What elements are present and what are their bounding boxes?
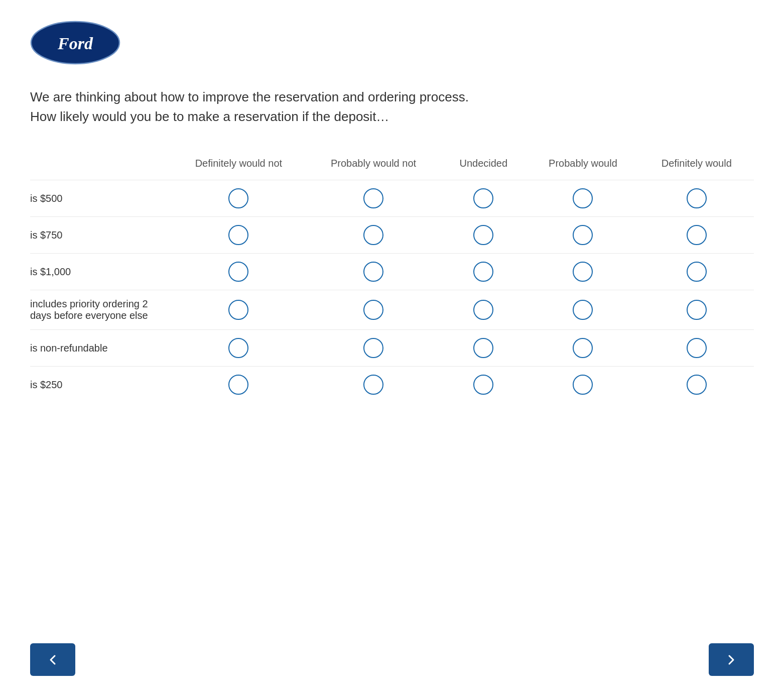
radio-row-250-definitely-not[interactable] [228,375,248,395]
ford-logo: Ford [30,20,120,65]
radio-row-500-definitely-would[interactable] [687,188,707,208]
radio-row-250-undecided[interactable] [473,375,493,395]
radio-row-nonrefundable-definitely-not[interactable] [228,338,248,358]
radio-row-nonrefundable-probably-would[interactable] [573,338,593,358]
radio-row-1000-probably-would[interactable] [573,262,593,282]
cell-row-750-probably-not[interactable] [307,217,441,254]
cell-row-1000-probably-would[interactable] [527,254,639,290]
radio-row-500-undecided[interactable] [473,188,493,208]
cell-row-1000-undecided[interactable] [440,254,527,290]
page-wrapper: Ford We are thinking about how to improv… [0,0,784,453]
cell-row-250-probably-would[interactable] [527,367,639,403]
cell-row-500-probably-would[interactable] [527,180,639,217]
row-label-row-nonrefundable: is non-refundable [30,330,171,367]
radio-row-1000-probably-not[interactable] [363,262,383,282]
cell-row-priority-probably-not[interactable] [307,290,441,330]
cell-row-750-undecided[interactable] [440,217,527,254]
radio-row-nonrefundable-undecided[interactable] [473,338,493,358]
radio-row-1000-undecided[interactable] [473,262,493,282]
back-arrow-icon [46,653,60,667]
radio-row-1000-definitely-would[interactable] [687,262,707,282]
cell-row-250-probably-not[interactable] [307,367,441,403]
row-label-row-750: is $750 [30,217,171,254]
radio-row-nonrefundable-definitely-would[interactable] [687,338,707,358]
cell-row-priority-undecided[interactable] [440,290,527,330]
bottom-navigation [30,643,754,676]
cell-row-500-probably-not[interactable] [307,180,441,217]
cell-row-750-probably-would[interactable] [527,217,639,254]
cell-row-750-definitely-not[interactable] [171,217,307,254]
radio-row-750-undecided[interactable] [473,225,493,245]
radio-row-priority-undecided[interactable] [473,300,493,320]
survey-table: Definitely would not Probably would not … [30,152,754,403]
radio-row-250-probably-not[interactable] [363,375,383,395]
radio-row-nonrefundable-probably-not[interactable] [363,338,383,358]
cell-row-nonrefundable-probably-would[interactable] [527,330,639,367]
col-header-undecided: Undecided [440,152,527,180]
table-row: is $750 [30,217,754,254]
cell-row-500-definitely-not[interactable] [171,180,307,217]
col-header-probably-would: Probably would [527,152,639,180]
radio-row-750-probably-would[interactable] [573,225,593,245]
table-row: includes priority ordering 2 days before… [30,290,754,330]
cell-row-250-definitely-would[interactable] [639,367,754,403]
cell-row-250-undecided[interactable] [440,367,527,403]
table-row: is $250 [30,367,754,403]
cell-row-750-definitely-would[interactable] [639,217,754,254]
cell-row-nonrefundable-definitely-would[interactable] [639,330,754,367]
row-label-row-500: is $500 [30,180,171,217]
table-row: is $1,000 [30,254,754,290]
radio-row-1000-definitely-not[interactable] [228,262,248,282]
col-header-probably-not: Probably would not [307,152,441,180]
radio-row-750-probably-not[interactable] [363,225,383,245]
table-row: is $500 [30,180,754,217]
row-label-row-priority: includes priority ordering 2 days before… [30,290,171,330]
cell-row-nonrefundable-definitely-not[interactable] [171,330,307,367]
col-header-definitely-not: Definitely would not [171,152,307,180]
cell-row-500-undecided[interactable] [440,180,527,217]
cell-row-1000-definitely-not[interactable] [171,254,307,290]
cell-row-1000-probably-not[interactable] [307,254,441,290]
radio-row-250-probably-would[interactable] [573,375,593,395]
table-row: is non-refundable [30,330,754,367]
back-button[interactable] [30,643,75,676]
svg-text:Ford: Ford [57,34,93,53]
radio-row-priority-definitely-would[interactable] [687,300,707,320]
radio-row-500-probably-would[interactable] [573,188,593,208]
cell-row-nonrefundable-probably-not[interactable] [307,330,441,367]
cell-row-250-definitely-not[interactable] [171,367,307,403]
row-label-row-250: is $250 [30,367,171,403]
radio-row-500-definitely-not[interactable] [228,188,248,208]
question-text: We are thinking about how to improve the… [30,87,482,127]
cell-row-priority-probably-would[interactable] [527,290,639,330]
radio-row-750-definitely-would[interactable] [687,225,707,245]
cell-row-1000-definitely-would[interactable] [639,254,754,290]
cell-row-nonrefundable-undecided[interactable] [440,330,527,367]
radio-row-priority-definitely-not[interactable] [228,300,248,320]
logo-container: Ford [30,20,754,67]
col-header-label [30,152,171,180]
next-button[interactable] [709,643,754,676]
row-label-row-1000: is $1,000 [30,254,171,290]
cell-row-500-definitely-would[interactable] [639,180,754,217]
next-arrow-icon [724,653,738,667]
radio-row-250-definitely-would[interactable] [687,375,707,395]
cell-row-priority-definitely-not[interactable] [171,290,307,330]
cell-row-priority-definitely-would[interactable] [639,290,754,330]
radio-row-750-definitely-not[interactable] [228,225,248,245]
radio-row-500-probably-not[interactable] [363,188,383,208]
radio-row-priority-probably-not[interactable] [363,300,383,320]
col-header-definitely-would: Definitely would [639,152,754,180]
radio-row-priority-probably-would[interactable] [573,300,593,320]
